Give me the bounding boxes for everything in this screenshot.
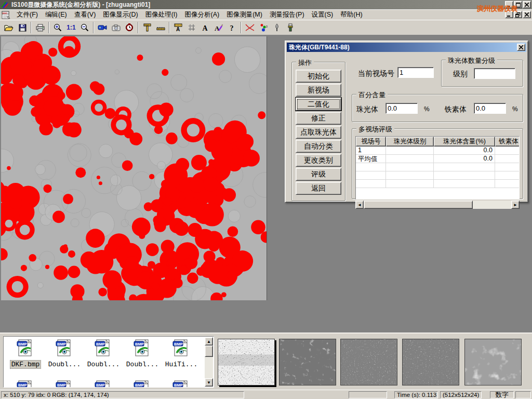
table-row-empty (356, 180, 519, 188)
thumbnail-1[interactable] (218, 339, 275, 385)
scrollbar-thumb[interactable] (364, 201, 473, 209)
edit-annotation-button[interactable]: A (212, 21, 225, 34)
dialog-title-bar[interactable]: 珠光体(GB/T9441-88) (287, 43, 526, 52)
file-item[interactable]: BMP (7, 380, 44, 388)
measure-text-button[interactable]: A (171, 21, 185, 34)
col-pearlite-grade[interactable]: 珠光体级别 (386, 137, 434, 147)
clock-icon (125, 23, 134, 32)
multi-field-group-label: 多视场评级 (356, 125, 394, 134)
thumbnail-2[interactable] (279, 339, 336, 385)
menu-image-display[interactable]: 图像显示(D) (99, 10, 141, 20)
file-item[interactable]: BMP HuiTi... (163, 339, 200, 368)
scroll-down-button[interactable]: ▼ (205, 378, 213, 387)
svg-text:BMP: BMP (57, 342, 66, 347)
percent-group-label: 百分含量 (356, 90, 388, 100)
auto-classify-button[interactable]: 自动分类 (296, 140, 341, 153)
curve-button[interactable] (243, 21, 257, 34)
classify-particles-button[interactable]: 3 (257, 21, 270, 34)
thumbnail-3[interactable] (340, 339, 397, 385)
multi-field-group: 多视场评级 视场号 珠光体级别 珠光体含量(%) 铁素体 1 0.0 平均值 0… (352, 128, 523, 199)
video-capture-button[interactable] (96, 21, 109, 34)
file-item[interactable]: BMP Doubl... (46, 339, 83, 368)
scroll-right-button[interactable]: ► (511, 201, 520, 209)
file-list-scrollbar[interactable]: ▲ ▼ (205, 337, 213, 387)
micrograph-image[interactable] (1, 36, 267, 300)
pen-button[interactable] (270, 21, 284, 34)
menu-image-analysis[interactable]: 图像分析(A) (181, 10, 223, 20)
mdi-close-button[interactable] (523, 11, 531, 18)
file-item[interactable]: BMP (85, 380, 122, 388)
status-time: Time (s): 0.113 (394, 391, 438, 398)
new-field-button[interactable]: 新视场 (296, 84, 341, 97)
return-button[interactable]: 返回 (296, 182, 341, 195)
help-button[interactable]: ? (225, 21, 239, 34)
brush-button[interactable] (284, 21, 297, 34)
table-row[interactable]: 1 0.0 (356, 147, 519, 155)
table-row[interactable]: 平均值 0.0 (356, 155, 519, 163)
close-icon (519, 45, 523, 49)
save-button[interactable] (16, 21, 29, 34)
ruler-button[interactable] (154, 21, 167, 34)
status-mode: 数字 (490, 391, 514, 398)
init-button[interactable]: 初始化 (296, 70, 341, 83)
current-field-input[interactable] (397, 67, 434, 78)
file-item[interactable]: BMP DKF.bmp (7, 339, 44, 369)
zoom-in-button[interactable] (51, 21, 64, 34)
file-list[interactable]: BMP DKF.bmp BMP Doubl... BMP Doubl... BM… (3, 336, 214, 388)
close-button[interactable] (523, 1, 531, 8)
file-item[interactable]: BMP (46, 380, 83, 388)
menu-settings[interactable]: 设置(S) (308, 10, 337, 20)
menu-image-processing[interactable]: 图像处理(I) (142, 10, 181, 20)
scrollbar-thumb[interactable] (205, 345, 213, 357)
pick-pearlite-button[interactable]: 点取珠光体 (296, 126, 341, 139)
multi-field-table[interactable]: 视场号 珠光体级别 珠光体含量(%) 铁素体 1 0.0 平均值 0.0 (355, 136, 520, 200)
bmp-file-icon: BMP (56, 339, 73, 357)
scroll-up-button[interactable]: ▲ (205, 337, 213, 345)
actual-size-button[interactable]: 1:1 (64, 21, 78, 34)
file-item[interactable]: BMP (163, 380, 200, 388)
toolbar-separator (169, 22, 170, 33)
col-pearlite-content[interactable]: 珠光体含量(%) (434, 137, 495, 147)
thumbnail-5[interactable] (464, 339, 522, 385)
caliper-button[interactable] (140, 21, 154, 34)
snapshot-button[interactable] (109, 21, 123, 34)
menu-report[interactable]: 测量报告(P) (266, 10, 308, 20)
open-button[interactable] (2, 21, 16, 34)
col-field-number[interactable]: 视场号 (356, 137, 386, 147)
menu-view[interactable]: 查看(V) (71, 10, 100, 20)
menu-image-measure[interactable]: 图像测量(M) (223, 10, 266, 20)
scroll-left-button[interactable]: ◄ (355, 201, 364, 209)
table-horizontal-scrollbar[interactable]: ◄ ► (355, 201, 520, 209)
curve-icon (245, 23, 255, 32)
bmp-file-icon: BMP (134, 339, 151, 357)
thumbnail-4[interactable] (402, 339, 459, 385)
grade-level-input[interactable] (474, 68, 515, 79)
col-ferrite[interactable]: 铁素体 (495, 137, 520, 147)
timer-button[interactable] (123, 21, 136, 34)
file-item[interactable]: BMP Doubl... (124, 339, 161, 368)
file-name: HuiTi... (164, 361, 198, 368)
file-item[interactable]: BMP (124, 380, 161, 388)
bmp-file-icon: BMP (95, 339, 112, 357)
svg-text:3: 3 (266, 25, 268, 28)
svg-text:A: A (176, 26, 180, 32)
table-header-row: 视场号 珠光体级别 珠光体含量(%) 铁素体 (356, 137, 519, 147)
grid-button[interactable] (185, 21, 198, 34)
binarize-button[interactable]: 二值化 (296, 98, 341, 111)
pearlite-input[interactable] (385, 103, 418, 114)
text-annotation-button[interactable]: A (198, 21, 212, 34)
ferrite-input[interactable] (474, 103, 506, 114)
bmp-file-icon: BMP (172, 380, 190, 388)
menu-edit[interactable]: 编辑(E) (42, 10, 71, 20)
menu-help[interactable]: 帮助(H) (337, 10, 366, 20)
change-class-button[interactable]: 更改类别 (296, 154, 341, 167)
dialog-close-button[interactable] (517, 44, 525, 51)
print-button[interactable] (33, 21, 47, 34)
grade-button[interactable]: 评级 (296, 168, 341, 181)
menu-file[interactable]: 文件(F) (13, 10, 42, 20)
svg-text:BMP: BMP (96, 342, 105, 347)
file-item[interactable]: BMP Doubl... (85, 339, 122, 368)
svg-text:A: A (203, 24, 208, 32)
correct-button[interactable]: 修正 (296, 112, 341, 125)
zoom-out-button[interactable] (78, 21, 91, 34)
